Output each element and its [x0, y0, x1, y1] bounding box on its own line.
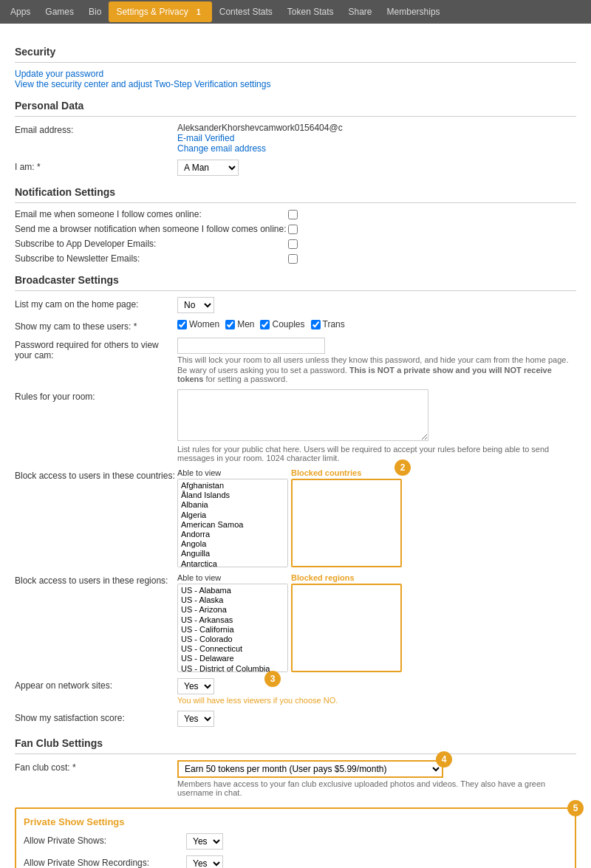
allow-private-label: Allow Private Shows: [24, 833, 186, 846]
password-hint-1: This will lock your room to all users un… [177, 355, 576, 364]
tab-games[interactable]: Games [38, 2, 81, 21]
tab-badge: 1 [193, 6, 205, 18]
update-password-link[interactable]: Update your password [15, 69, 103, 79]
security-section: Security Update your password View the s… [15, 46, 576, 89]
list-cam-label: List my cam on the home page: [15, 297, 177, 310]
appear-network-label: Appear on network sites: [15, 678, 177, 691]
password-input[interactable] [177, 338, 325, 354]
appear-network-hint: You will have less viewers if you choose… [177, 696, 576, 705]
tab-settings-privacy[interactable]: Settings & Privacy 1 [109, 1, 211, 22]
regions-dual-list: Able to view US - Alabama US - Alaska US… [177, 573, 576, 672]
notif-row-3: Subscribe to App Developer Emails: [15, 239, 576, 249]
allow-private-select[interactable]: Yes No [186, 833, 223, 850]
password-hint-2: Be wary of users asking you to set a pas… [177, 366, 576, 383]
regions-blocked-list[interactable] [291, 584, 402, 672]
tab-memberships[interactable]: Memberships [380, 2, 448, 21]
badge-fan-club: 4 [436, 751, 452, 768]
cam-checkboxes: Women Men Couples Trans [177, 319, 576, 329]
cam-label-women: Women [189, 319, 219, 329]
list-cam-select[interactable]: No Yes [177, 297, 214, 313]
security-center-link[interactable]: View the security center and adjust Two-… [15, 79, 270, 89]
password-label: Password required for others to view you… [15, 338, 177, 360]
allow-recordings-select[interactable]: Yes No [186, 855, 223, 868]
iam-select[interactable]: A Man A Woman A Couple Trans [177, 160, 239, 176]
notif-row-2: Send me a browser notification when some… [15, 224, 576, 234]
allow-private-row: Allow Private Shows: Yes No [24, 833, 567, 850]
rules-textarea[interactable] [177, 389, 428, 441]
email-label: Email address: [15, 123, 177, 135]
tab-bio[interactable]: Bio [81, 2, 109, 21]
notification-section: Notification Settings Email me when some… [15, 186, 576, 264]
countries-dual-list: Able to view Afghanistan Åland Islands A… [177, 468, 576, 567]
blocked-regions-header: Blocked regions [291, 573, 402, 582]
iam-label: I am: * [15, 160, 177, 172]
allow-recordings-row: Allow Private Show Recordings: Yes No Af… [24, 855, 567, 868]
main-content: Security Update your password View the s… [0, 24, 591, 868]
security-title: Security [15, 46, 576, 58]
broadcaster-title: Broadcaster Settings [15, 274, 576, 286]
notif-label-2: Send me a browser notification when some… [15, 224, 288, 234]
block-countries-label: Block access to users in these countries… [15, 468, 177, 481]
allow-recordings-label: Allow Private Show Recordings: [24, 855, 186, 868]
fan-club-cost-row: Fan club cost: * Earn 50 tokens per mont… [15, 760, 576, 797]
notif-label-4: Subscribe to Newsletter Emails: [15, 253, 288, 264]
personal-data-section: Personal Data Email address: AleksanderK… [15, 100, 576, 176]
satisfaction-row: Show my satisfaction score: Yes No [15, 711, 576, 727]
notif-checkbox-3[interactable] [288, 239, 298, 249]
cam-check-men[interactable] [225, 320, 235, 329]
regions-able-view-header: Able to view [177, 573, 288, 582]
cam-label-men: Men [237, 319, 254, 329]
list-cam-row: List my cam on the home page: No Yes [15, 297, 576, 313]
fan-club-section: Fan Club Settings Fan club cost: * Earn … [15, 737, 576, 797]
notif-row-1: Email me when someone I follow comes onl… [15, 209, 576, 219]
private-show-section: Private Show Settings 5 Allow Private Sh… [15, 807, 576, 868]
badge-appear: 3 [264, 671, 281, 687]
able-to-view-header: Able to view [177, 468, 288, 477]
iam-row: I am: * A Man A Woman A Couple Trans [15, 160, 576, 176]
email-verified-text: E-mail Verified [177, 133, 576, 143]
private-show-title: Private Show Settings [24, 816, 567, 827]
notif-checkbox-2[interactable] [288, 225, 298, 234]
badge-private-show: 5 [567, 800, 584, 816]
satisfaction-select[interactable]: Yes No [177, 711, 214, 727]
cam-label-trans: Trans [323, 319, 345, 329]
fan-club-cost-select[interactable]: Earn 50 tokens per month (User pays $5.9… [177, 760, 443, 778]
notif-checkbox-1[interactable] [288, 210, 298, 219]
email-row: Email address: AleksanderKhorshevcamwork… [15, 123, 576, 154]
cam-label-couples: Couples [272, 319, 304, 329]
block-countries-row: Block access to users in these countries… [15, 468, 576, 567]
rules-row: Rules for your room: List rules for your… [15, 389, 576, 462]
fan-club-title: Fan Club Settings [15, 737, 576, 749]
change-email-link[interactable]: Change email address [177, 143, 266, 154]
notif-label-3: Subscribe to App Developer Emails: [15, 239, 288, 249]
show-cam-label: Show my cam to these users: * [15, 319, 177, 332]
tab-contest-stats[interactable]: Contest Stats [212, 2, 280, 21]
fan-club-cost-hint: Members have access to your fan club exc… [177, 779, 576, 797]
cam-check-women[interactable] [177, 320, 187, 329]
private-show-box: Private Show Settings 5 Allow Private Sh… [15, 807, 576, 868]
notif-checkbox-4[interactable] [288, 254, 298, 264]
satisfaction-label: Show my satisfaction score: [15, 711, 177, 723]
blocked-countries-header: Blocked countries [291, 468, 402, 477]
notif-row-4: Subscribe to Newsletter Emails: [15, 253, 576, 264]
cam-check-trans[interactable] [311, 320, 321, 329]
countries-blocked-list[interactable] [291, 479, 402, 567]
block-regions-row: Block access to users in these regions: … [15, 573, 576, 672]
tab-apps[interactable]: Apps [3, 2, 38, 21]
personal-data-title: Personal Data [15, 100, 576, 112]
fan-club-cost-label: Fan club cost: * [15, 760, 177, 773]
cam-check-couples[interactable] [260, 320, 270, 329]
badge-countries: 2 [394, 459, 411, 476]
broadcaster-section: Broadcaster Settings List my cam on the … [15, 274, 576, 727]
tab-share[interactable]: Share [341, 2, 380, 21]
tab-bar: Apps Games Bio Settings & Privacy 1 Cont… [0, 0, 591, 24]
countries-able-list[interactable]: Afghanistan Åland Islands Albania Algeri… [177, 479, 288, 567]
rules-label: Rules for your room: [15, 389, 177, 402]
tab-token-stats[interactable]: Token Stats [280, 2, 341, 21]
regions-able-list[interactable]: US - Alabama US - Alaska US - Arizona US… [177, 584, 288, 672]
rules-hint: List rules for your public chat here. Us… [177, 445, 576, 462]
appear-network-row: Appear on network sites: Yes No 3 You wi… [15, 678, 576, 705]
notification-title: Notification Settings [15, 186, 576, 198]
appear-network-select[interactable]: Yes No [177, 678, 214, 694]
password-row: Password required for others to view you… [15, 338, 576, 383]
